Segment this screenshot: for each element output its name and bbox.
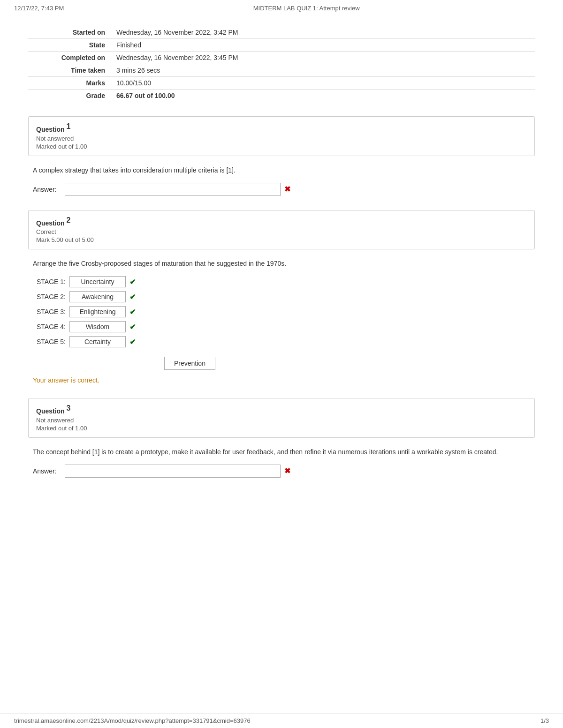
question3-x-mark: ✖ bbox=[284, 466, 290, 475]
stage-value: Certainty bbox=[69, 336, 126, 347]
footer-page: 1/3 bbox=[540, 717, 549, 724]
question2-content: Arrange the five Crosby-proposed stages … bbox=[28, 259, 535, 384]
summary-row-completed: Completed on Wednesday, 16 November 2022… bbox=[28, 52, 535, 64]
grade-value: 66.67 out of 100.00 bbox=[113, 90, 535, 102]
question3-status: Not answered bbox=[36, 417, 527, 424]
stage-checkmark: ✔ bbox=[129, 323, 136, 331]
question1-status: Not answered bbox=[36, 135, 527, 142]
top-bar: 12/17/22, 7:43 PM MIDTERM LAB QUIZ 1: At… bbox=[0, 0, 563, 16]
question2-header: Question 2 bbox=[36, 216, 527, 227]
stage-label: STAGE 3: bbox=[33, 308, 66, 315]
question1-answer-label: Answer: bbox=[33, 186, 61, 193]
question2-status: Correct bbox=[36, 228, 527, 235]
stage-label: STAGE 2: bbox=[33, 293, 66, 300]
page-title: MIDTERM LAB QUIZ 1: Attempt review bbox=[253, 5, 360, 12]
stage-label: STAGE 1: bbox=[33, 278, 66, 285]
stage-row: STAGE 5:Certainty✔ bbox=[33, 336, 530, 347]
question1-header: Question 1 bbox=[36, 122, 527, 133]
stage-label: STAGE 4: bbox=[33, 323, 66, 330]
question1-x-mark: ✖ bbox=[284, 185, 290, 194]
stage-label: STAGE 5: bbox=[33, 338, 66, 345]
summary-row-state: State Finished bbox=[28, 39, 535, 52]
stage-checkmark: ✔ bbox=[129, 308, 136, 316]
grade-label: Grade bbox=[28, 90, 113, 102]
datetime-label: 12/17/22, 7:43 PM bbox=[14, 5, 64, 12]
summary-row-grade: Grade 66.67 out of 100.00 bbox=[28, 90, 535, 102]
main-content: Started on Wednesday, 16 November 2022, … bbox=[0, 16, 563, 520]
stage-row: STAGE 3:Enlightening✔ bbox=[33, 306, 530, 317]
footer-url: trimestral.amaesonline.com/2213A/mod/qui… bbox=[14, 717, 251, 724]
question3-answer-row: Answer: ✖ bbox=[33, 465, 530, 478]
completed-on-value: Wednesday, 16 November 2022, 3:45 PM bbox=[113, 52, 535, 64]
prevention-button: Prevention bbox=[164, 357, 215, 370]
question3-answer-input[interactable] bbox=[65, 465, 281, 478]
summary-row-started: Started on Wednesday, 16 November 2022, … bbox=[28, 26, 535, 39]
summary-row-time: Time taken 3 mins 26 secs bbox=[28, 64, 535, 77]
q2-stages-area: STAGE 1:Uncertainty✔STAGE 2:Awakening✔ST… bbox=[33, 276, 530, 347]
question1-answer-row: Answer: ✖ bbox=[33, 183, 530, 196]
stage-checkmark: ✔ bbox=[129, 278, 136, 286]
time-taken-label: Time taken bbox=[28, 64, 113, 77]
stage-checkmark: ✔ bbox=[129, 293, 136, 301]
question3-content: The concept behind [1] is to create a pr… bbox=[28, 447, 535, 478]
question3-text: The concept behind [1] is to create a pr… bbox=[33, 447, 530, 457]
time-taken-value: 3 mins 26 secs bbox=[113, 64, 535, 77]
marks-label: Marks bbox=[28, 77, 113, 90]
stage-value: Awakening bbox=[69, 291, 126, 302]
question2-box: Question 2 Correct Mark 5.00 out of 5.00 bbox=[28, 210, 535, 250]
stage-row: STAGE 4:Wisdom✔ bbox=[33, 321, 530, 332]
correct-answer-text: Your answer is correct. bbox=[33, 376, 530, 384]
completed-on-label: Completed on bbox=[28, 52, 113, 64]
question3-answer-label: Answer: bbox=[33, 467, 61, 475]
question1-content: A complex strategy that takes into consi… bbox=[28, 165, 535, 196]
stage-value: Wisdom bbox=[69, 321, 126, 332]
marks-value: 10.00/15.00 bbox=[113, 77, 535, 90]
state-value: Finished bbox=[113, 39, 535, 52]
question3-box: Question 3 Not answered Marked out of 1.… bbox=[28, 398, 535, 438]
question3-header: Question 3 bbox=[36, 404, 527, 415]
prevention-btn-container: Prevention bbox=[33, 353, 530, 370]
question1-answer-input[interactable] bbox=[65, 183, 281, 196]
stage-checkmark: ✔ bbox=[129, 338, 136, 346]
stage-value: Enlightening bbox=[69, 306, 126, 317]
started-on-label: Started on bbox=[28, 26, 113, 39]
started-on-value: Wednesday, 16 November 2022, 3:42 PM bbox=[113, 26, 535, 39]
summary-row-marks: Marks 10.00/15.00 bbox=[28, 77, 535, 90]
question2-text: Arrange the five Crosby-proposed stages … bbox=[33, 259, 530, 269]
state-label: State bbox=[28, 39, 113, 52]
question1-text: A complex strategy that takes into consi… bbox=[33, 165, 530, 175]
stage-value: Uncertainty bbox=[69, 276, 126, 287]
question1-mark: Marked out of 1.00 bbox=[36, 143, 527, 150]
stage-row: STAGE 1:Uncertainty✔ bbox=[33, 276, 530, 287]
footer: trimestral.amaesonline.com/2213A/mod/qui… bbox=[0, 713, 563, 728]
summary-table: Started on Wednesday, 16 November 2022, … bbox=[28, 26, 535, 102]
question3-mark: Marked out of 1.00 bbox=[36, 425, 527, 432]
question1-box: Question 1 Not answered Marked out of 1.… bbox=[28, 116, 535, 156]
stage-row: STAGE 2:Awakening✔ bbox=[33, 291, 530, 302]
question2-mark: Mark 5.00 out of 5.00 bbox=[36, 236, 527, 243]
